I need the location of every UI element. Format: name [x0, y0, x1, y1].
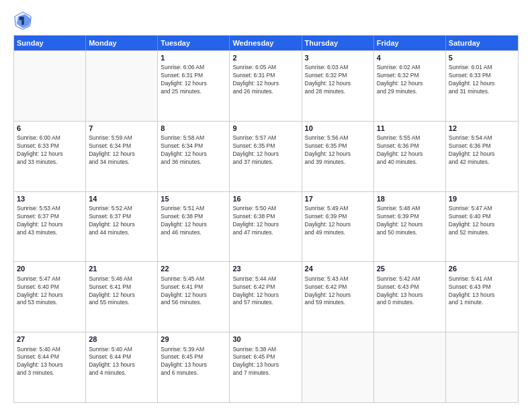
- day-number: 9: [232, 124, 298, 134]
- calendar-cell: 14 Sunrise: 5:52 AM Sunset: 6:37 PM Dayl…: [86, 192, 158, 262]
- calendar-cell: 21 Sunrise: 5:46 AM Sunset: 6:41 PM Dayl…: [86, 262, 158, 332]
- daylight-text: Daylight: 12 hours: [161, 221, 226, 229]
- day-number: 24: [305, 264, 371, 274]
- sunrise-text: Sunrise: 5:59 AM: [89, 134, 154, 142]
- day-number: 20: [17, 264, 83, 274]
- sunset-text: Sunset: 6:38 PM: [161, 213, 226, 221]
- sunset-text: Sunset: 6:38 PM: [232, 213, 298, 221]
- day-number: 7: [89, 124, 154, 134]
- daylight-text: Daylight: 12 hours: [89, 150, 154, 158]
- sunset-text: Sunset: 6:40 PM: [449, 213, 515, 221]
- calendar-cell: 16 Sunrise: 5:50 AM Sunset: 6:38 PM Dayl…: [230, 192, 302, 262]
- daylight-minutes: and 39 minutes.: [305, 158, 371, 167]
- sunrise-text: Sunrise: 6:01 AM: [449, 64, 515, 72]
- calendar-cell: 28 Sunrise: 5:40 AM Sunset: 6:44 PM Dayl…: [86, 332, 158, 402]
- calendar-cell: 25 Sunrise: 5:42 AM Sunset: 6:43 PM Dayl…: [374, 262, 446, 332]
- page: SundayMondayTuesdayWednesdayThursdayFrid…: [0, 0, 532, 411]
- sunrise-text: Sunrise: 5:43 AM: [305, 275, 371, 283]
- sunset-text: Sunset: 6:44 PM: [17, 353, 83, 361]
- sunset-text: Sunset: 6:35 PM: [232, 142, 298, 150]
- calendar-cell: 17 Sunrise: 5:49 AM Sunset: 6:39 PM Dayl…: [302, 192, 374, 262]
- day-number: 28: [89, 334, 154, 345]
- sunset-text: Sunset: 6:34 PM: [161, 142, 226, 150]
- daylight-minutes: and 43 minutes.: [17, 229, 83, 237]
- calendar-cell: [302, 332, 374, 402]
- sunrise-text: Sunrise: 5:47 AM: [449, 205, 515, 213]
- daylight-text: Daylight: 12 hours: [17, 150, 83, 158]
- sunset-text: Sunset: 6:33 PM: [449, 72, 515, 80]
- sunset-text: Sunset: 6:43 PM: [377, 283, 443, 291]
- day-number: 6: [17, 124, 83, 134]
- day-number: 17: [305, 194, 371, 204]
- sunset-text: Sunset: 6:41 PM: [161, 283, 226, 291]
- daylight-minutes: and 3 minutes.: [17, 369, 83, 377]
- calendar-cell: 3 Sunrise: 6:03 AM Sunset: 6:32 PM Dayli…: [302, 51, 374, 121]
- sunrise-text: Sunrise: 5:41 AM: [449, 275, 515, 283]
- day-number: 22: [161, 264, 226, 274]
- header: [13, 11, 519, 30]
- daylight-minutes: and 59 minutes.: [305, 299, 371, 307]
- sunrise-text: Sunrise: 5:49 AM: [305, 205, 371, 213]
- calendar: SundayMondayTuesdayWednesdayThursdayFrid…: [13, 35, 519, 403]
- svg-rect-4: [21, 20, 24, 25]
- sunrise-text: Sunrise: 5:58 AM: [161, 134, 226, 142]
- calendar-cell: 20 Sunrise: 5:47 AM Sunset: 6:40 PM Dayl…: [14, 262, 86, 332]
- sunrise-text: Sunrise: 5:46 AM: [89, 275, 154, 283]
- daylight-minutes: and 0 minutes.: [377, 299, 443, 307]
- daylight-text: Daylight: 12 hours: [305, 221, 371, 229]
- sunset-text: Sunset: 6:31 PM: [232, 72, 298, 80]
- sunset-text: Sunset: 6:37 PM: [17, 213, 83, 221]
- calendar-cell: 2 Sunrise: 6:05 AM Sunset: 6:31 PM Dayli…: [230, 51, 302, 121]
- sunset-text: Sunset: 6:39 PM: [305, 213, 371, 221]
- day-number: 15: [161, 194, 226, 204]
- calendar-cell: 26 Sunrise: 5:41 AM Sunset: 6:43 PM Dayl…: [446, 262, 518, 332]
- logo: [13, 11, 35, 30]
- day-number: 3: [305, 53, 371, 63]
- sunset-text: Sunset: 6:34 PM: [89, 142, 154, 150]
- daylight-minutes: and 40 minutes.: [377, 158, 443, 167]
- daylight-text: Daylight: 13 hours: [449, 291, 515, 300]
- daylight-minutes: and 55 minutes.: [89, 299, 154, 307]
- calendar-header: SundayMondayTuesdayWednesdayThursdayFrid…: [14, 36, 518, 50]
- daylight-text: Daylight: 12 hours: [89, 221, 154, 229]
- calendar-cell: 30 Sunrise: 5:38 AM Sunset: 6:45 PM Dayl…: [230, 332, 302, 402]
- daylight-text: Daylight: 12 hours: [89, 291, 154, 300]
- daylight-text: Daylight: 12 hours: [17, 291, 83, 300]
- day-number: 10: [305, 124, 371, 134]
- svg-rect-3: [19, 17, 24, 20]
- day-number: 19: [449, 194, 515, 204]
- calendar-cell: 9 Sunrise: 5:57 AM Sunset: 6:35 PM Dayli…: [230, 122, 302, 191]
- daylight-minutes: and 4 minutes.: [89, 369, 154, 377]
- day-number: 13: [17, 194, 83, 204]
- day-number: 21: [89, 264, 154, 274]
- sunset-text: Sunset: 6:32 PM: [377, 72, 443, 80]
- calendar-cell: [86, 51, 158, 121]
- calendar-cell: 4 Sunrise: 6:02 AM Sunset: 6:32 PM Dayli…: [374, 51, 446, 121]
- calendar-cell: 12 Sunrise: 5:54 AM Sunset: 6:36 PM Dayl…: [446, 122, 518, 191]
- sunset-text: Sunset: 6:39 PM: [377, 213, 443, 221]
- sunset-text: Sunset: 6:32 PM: [305, 72, 371, 80]
- sunrise-text: Sunrise: 5:47 AM: [17, 275, 83, 283]
- day-number: 26: [449, 264, 515, 274]
- daylight-text: Daylight: 13 hours: [377, 291, 443, 300]
- sunset-text: Sunset: 6:35 PM: [305, 142, 371, 150]
- calendar-cell: [14, 51, 86, 121]
- sunrise-text: Sunrise: 5:45 AM: [161, 275, 226, 283]
- calendar-header-cell: Friday: [374, 36, 446, 50]
- calendar-row: 13 Sunrise: 5:53 AM Sunset: 6:37 PM Dayl…: [14, 191, 518, 262]
- calendar-body: 1 Sunrise: 6:06 AM Sunset: 6:31 PM Dayli…: [14, 50, 518, 402]
- day-number: 18: [377, 194, 443, 204]
- daylight-minutes: and 28 minutes.: [305, 88, 371, 96]
- sunset-text: Sunset: 6:36 PM: [377, 142, 443, 150]
- daylight-text: Daylight: 12 hours: [232, 221, 298, 229]
- day-number: 29: [161, 334, 226, 345]
- calendar-cell: 7 Sunrise: 5:59 AM Sunset: 6:34 PM Dayli…: [86, 122, 158, 191]
- calendar-cell: 29 Sunrise: 5:39 AM Sunset: 6:45 PM Dayl…: [158, 332, 230, 402]
- sunrise-text: Sunrise: 5:42 AM: [377, 275, 443, 283]
- day-number: 25: [377, 264, 443, 274]
- day-number: 2: [232, 53, 298, 63]
- calendar-cell: [374, 332, 446, 402]
- calendar-cell: 11 Sunrise: 5:55 AM Sunset: 6:36 PM Dayl…: [374, 122, 446, 191]
- daylight-minutes: and 57 minutes.: [232, 299, 298, 307]
- sunrise-text: Sunrise: 5:40 AM: [89, 346, 154, 354]
